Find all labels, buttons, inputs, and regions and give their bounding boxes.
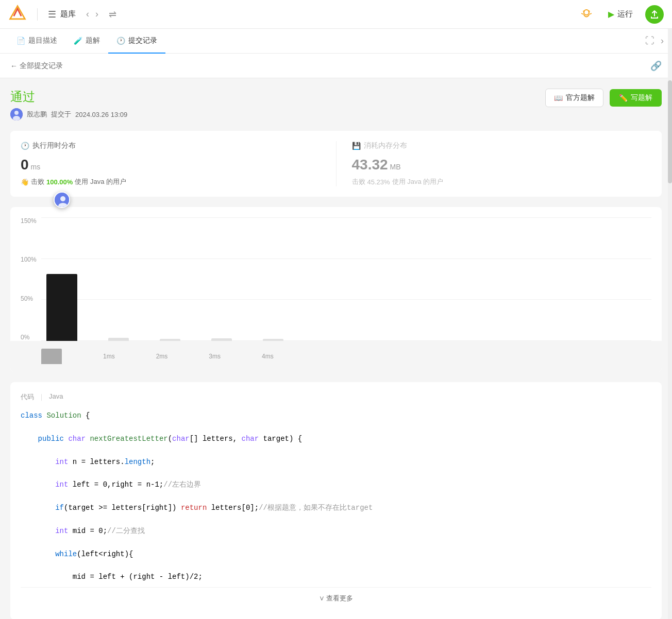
stats-mem-title: 💾 消耗内存分布	[352, 141, 652, 150]
code-section: 代码 ｜ Java class Solution { public char n…	[10, 382, 662, 619]
y-label-150: 150%	[21, 217, 37, 225]
nav-arrows: ‹ ›	[84, 7, 100, 22]
next-arrow[interactable]: ›	[93, 7, 100, 22]
top-navigation: ☰ 题库 ‹ › ⇌ ▶ 运行	[0, 0, 672, 29]
back-arrow-icon: ←	[10, 62, 18, 70]
user-indicator	[54, 192, 70, 208]
author-name: 殷志鹏	[27, 110, 47, 119]
write-btn-label: 写题解	[631, 93, 652, 102]
tab-solution[interactable]: 🧪 题解	[65, 29, 108, 54]
nav-list-icon: ☰	[48, 9, 56, 20]
stats-mem-beat: 击败 45.23% 使用 Java 的用户	[352, 177, 652, 186]
description-icon: 📄	[16, 37, 25, 45]
svg-point-9	[60, 196, 65, 201]
y-label-100: 100%	[21, 256, 37, 263]
run-button[interactable]: ▶ 运行	[602, 6, 639, 22]
svg-point-6	[14, 111, 19, 115]
link-icon[interactable]: 🔗	[650, 60, 662, 72]
svg-line-3	[581, 13, 584, 14]
view-more-button[interactable]: ∨ 查看更多	[21, 587, 651, 609]
svg-point-2	[588, 10, 590, 12]
nav-divider	[37, 8, 38, 21]
svg-line-4	[589, 13, 592, 14]
upload-button[interactable]	[645, 5, 664, 24]
code-separator: ｜	[38, 392, 45, 402]
scrollbar[interactable]	[668, 29, 672, 619]
collapse-icon[interactable]: ›	[661, 36, 664, 46]
mini-x-3ms: 3ms	[209, 353, 221, 360]
tab-description[interactable]: 📄 题目描述	[8, 29, 65, 54]
chart-inner	[41, 217, 651, 341]
tab-bar-actions: ⛶ ›	[645, 36, 664, 46]
write-icon: ✏️	[619, 94, 628, 102]
chart-y-labels: 150% 100% 50% 0%	[21, 217, 37, 341]
chart-area: 150% 100% 50% 0%	[10, 207, 662, 372]
bar-0ms-block	[46, 274, 77, 341]
clock-icon: 🕐	[21, 142, 29, 150]
top-nav-right: ▶ 运行	[577, 5, 664, 24]
status-section: 通过 殷志鹏 提交于 2024.03.26 13:09 📖 官方题解	[10, 89, 662, 121]
problem-bank-label[interactable]: 题库	[60, 9, 76, 19]
stats-mem: 💾 消耗内存分布 43.32MB 击败 45.23% 使用 Java 的用户	[337, 141, 652, 186]
stats-card: 🕐 执行用时分布 0ms 👋 击败 100.00% 使用 Java 的用户 💾 …	[10, 131, 662, 197]
mini-chart: 1ms 2ms 3ms 4ms	[10, 341, 662, 372]
submit-text: 提交于	[51, 110, 71, 119]
chart-bars	[41, 217, 651, 341]
avatar	[10, 108, 23, 121]
mem-icon: 💾	[352, 142, 361, 150]
svg-point-1	[583, 10, 585, 12]
status-meta: 殷志鹏 提交于 2024.03.26 13:09	[10, 108, 127, 121]
status-left: 通过 殷志鹏 提交于 2024.03.26 13:09	[10, 89, 127, 121]
status-passed: 通过	[10, 89, 127, 105]
tab-bar: 📄 题目描述 🧪 题解 🕐 提交记录 ⛶ ›	[0, 29, 672, 54]
submissions-icon: 🕐	[116, 37, 125, 45]
write-solution-button[interactable]: ✏️ 写题解	[610, 89, 662, 107]
y-label-0: 0%	[21, 334, 37, 341]
submission-header: ← 全部提交记录 🔗	[0, 54, 672, 78]
code-text: 代码	[21, 392, 34, 402]
solution-icon: 🧪	[74, 37, 82, 45]
back-button[interactable]: ← 全部提交记录	[10, 61, 63, 71]
fullscreen-icon[interactable]: ⛶	[645, 36, 654, 46]
mini-x-4ms: 4ms	[262, 353, 274, 360]
y-label-50: 50%	[21, 295, 37, 302]
stats-mem-value: 43.32MB	[352, 157, 652, 173]
logo[interactable]	[8, 4, 27, 25]
back-label: 全部提交记录	[20, 61, 63, 71]
stats-time-title: 🕐 执行用时分布	[21, 141, 321, 150]
main-content: 通过 殷志鹏 提交于 2024.03.26 13:09 📖 官方题解	[0, 78, 672, 619]
code-language: Java	[49, 392, 63, 402]
bar-0ms	[46, 274, 77, 341]
chevron-down-icon: ∨	[319, 594, 327, 602]
debug-button[interactable]	[577, 5, 596, 24]
tab-submissions[interactable]: 🕐 提交记录	[108, 29, 165, 54]
mini-x-1ms: 1ms	[103, 353, 115, 360]
tab-description-label: 题目描述	[28, 36, 57, 45]
stats-time: 🕐 执行用时分布 0ms 👋 击败 100.00% 使用 Java 的用户	[21, 141, 337, 186]
official-solution-button[interactable]: 📖 官方题解	[545, 89, 603, 107]
official-btn-label: 官方题解	[566, 93, 595, 102]
run-icon: ▶	[608, 9, 614, 19]
wave-icon: 👋	[21, 178, 29, 186]
shuffle-icon[interactable]: ⇌	[109, 9, 116, 20]
view-more-label: 查看更多	[326, 594, 353, 602]
stats-time-value: 0ms	[21, 157, 321, 173]
code-block: class Solution { public char nextGreates…	[21, 410, 651, 583]
prev-arrow[interactable]: ‹	[84, 7, 91, 22]
mini-bar-0	[41, 349, 62, 364]
stats-time-beat: 👋 击败 100.00% 使用 Java 的用户	[21, 177, 321, 186]
svg-point-0	[584, 10, 589, 15]
submit-datetime: 2024.03.26 13:09	[75, 111, 127, 118]
mini-x-2ms: 2ms	[156, 353, 168, 360]
code-label: 代码 ｜ Java	[21, 392, 651, 402]
run-label: 运行	[617, 9, 633, 19]
scrollbar-thumb[interactable]	[668, 80, 672, 183]
tab-solution-label: 题解	[86, 36, 100, 45]
status-right: 📖 官方题解 ✏️ 写题解	[545, 89, 662, 107]
book-icon: 📖	[554, 94, 563, 102]
tab-submissions-label: 提交记录	[128, 36, 157, 45]
